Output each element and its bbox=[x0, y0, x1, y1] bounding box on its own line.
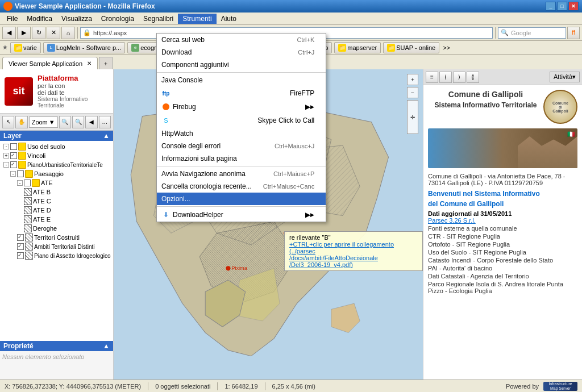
parsec-link[interactable]: Parsec 3.26 S.r.l. bbox=[428, 217, 577, 224]
menu-visualizza[interactable]: Visualizza bbox=[57, 14, 97, 24]
new-tab-button[interactable]: + bbox=[99, 57, 113, 69]
layer-tree[interactable]: - Uso del suolo + Vincoli - PianoUrbanis… bbox=[0, 141, 113, 341]
stop-button[interactable]: ✕ bbox=[47, 27, 60, 39]
expand-paesaggio[interactable]: - bbox=[10, 171, 16, 177]
menu-downloadhelper[interactable]: ⬇ DownloadHelper ▶ bbox=[157, 208, 326, 222]
folder-vincoli-icon bbox=[18, 152, 26, 160]
prop-expand-icon: ▲ bbox=[103, 342, 110, 350]
menu-file[interactable]: File bbox=[2, 14, 22, 24]
check-paesaggio[interactable] bbox=[17, 170, 24, 177]
layer-atec[interactable]: ATE C bbox=[1, 197, 112, 206]
close-button[interactable]: ✕ bbox=[568, 2, 579, 11]
tab-close[interactable]: ✕ bbox=[87, 60, 92, 66]
attivita-btn[interactable]: Attività▾ bbox=[550, 72, 580, 82]
source-parco: Parco Regionale Isola di S. Andrea litor… bbox=[428, 281, 577, 294]
pan-map-btn[interactable]: ✛ bbox=[407, 100, 418, 134]
ff-button[interactable]: ff bbox=[567, 27, 580, 39]
menu-cancella-cronologia[interactable]: Cancella cronologia recente... Ctrl+Maiu… bbox=[157, 180, 326, 193]
bookmark-mapserver[interactable]: 📁 mapserver bbox=[334, 42, 381, 53]
menu-segnalibri[interactable]: Segnalibri bbox=[139, 14, 178, 24]
menu-modifica[interactable]: Modifica bbox=[22, 14, 57, 24]
layer-ate[interactable]: - ATE bbox=[1, 178, 112, 187]
menu-navigazione-anonima[interactable]: Avvia Navigazione anonima Ctrl+Maiusc+P bbox=[157, 168, 326, 180]
pan-left-btn[interactable]: ◀ bbox=[85, 116, 97, 128]
layer-atee[interactable]: ATE E bbox=[1, 215, 112, 224]
layer-piano[interactable]: - PianoUrbanisticoTerritorialeTe bbox=[1, 160, 112, 169]
check-costruiti[interactable] bbox=[17, 234, 24, 241]
pan-right-btn[interactable]: … bbox=[99, 116, 111, 128]
map-tooltip: re rilevante "B" +CTRL+clic per aprire i… bbox=[284, 231, 423, 271]
bookmarks-more[interactable]: >> bbox=[443, 44, 450, 51]
layer-uso-suolo[interactable]: - Uso del suolo bbox=[1, 142, 112, 151]
zoom-out-btn[interactable]: 🔍 bbox=[72, 116, 84, 128]
check-piano[interactable] bbox=[10, 161, 17, 168]
menu-java[interactable]: Java Console bbox=[157, 74, 326, 86]
menu-skype[interactable]: S Skype Click to Call bbox=[157, 114, 326, 127]
expand-vincoli[interactable]: + bbox=[3, 153, 9, 159]
menu-firebug[interactable]: Firebug ▶ bbox=[157, 100, 326, 114]
menu-strumenti[interactable]: Strumenti bbox=[178, 14, 216, 24]
search-bar[interactable]: 🔍 Google bbox=[498, 27, 566, 39]
layer-ambiti[interactable]: Ambiti Territoriali Distinti bbox=[1, 242, 112, 251]
forward-button[interactable]: ▶ bbox=[17, 27, 31, 39]
layer-ateb[interactable]: ATE B bbox=[1, 187, 112, 197]
menu-componenti[interactable]: Componenti aggiuntivi bbox=[157, 59, 326, 71]
bookmark-icon-eco: e bbox=[131, 44, 139, 52]
expand-ate[interactable]: - bbox=[17, 180, 23, 186]
expand-piano[interactable]: - bbox=[3, 162, 9, 168]
bookmark-suap[interactable]: 📁 SUAP - online bbox=[383, 42, 439, 53]
menu-console-errori[interactable]: Console degli errori Ctrl+Maiusc+J bbox=[157, 140, 326, 152]
home-button[interactable]: ⌂ bbox=[61, 27, 75, 39]
zoom-in-map-btn[interactable]: + bbox=[407, 74, 418, 85]
check-vincoli[interactable] bbox=[10, 152, 17, 159]
menu-download[interactable]: Download Ctrl+J bbox=[157, 46, 326, 59]
minimize-button[interactable]: _ bbox=[546, 2, 556, 11]
rt-btn-4[interactable]: ⟪ bbox=[467, 72, 479, 83]
check-uso[interactable] bbox=[10, 143, 17, 150]
source-ctr: CTR - SIT Regione Puglia bbox=[428, 233, 577, 240]
layer-piano-assetto[interactable]: Piano di Assetto Idrogeologico bbox=[1, 251, 112, 260]
expand-uso[interactable]: - bbox=[3, 144, 9, 149]
zoom-in-btn[interactable]: 🔍 bbox=[59, 116, 71, 128]
source-ortofoto: Ortofoto - SIT Regione Puglia bbox=[428, 241, 577, 248]
prop-header: Proprieté ▲ bbox=[0, 341, 113, 351]
folder-uso-icon bbox=[18, 143, 26, 151]
zoom-label: Zoom bbox=[32, 119, 48, 126]
bookmark-varie[interactable]: 📁 varie bbox=[10, 42, 41, 53]
source-catasto: Catasto Incendi - Corpo Forestale dello … bbox=[428, 257, 577, 264]
menu-cerca-web[interactable]: Cerca sul web Ctrl+K bbox=[157, 34, 326, 46]
select-btn[interactable]: ↖ bbox=[2, 116, 14, 128]
flag-icon: 🇮🇹 bbox=[567, 131, 575, 138]
menu-info-pagina[interactable]: Informazioni sulla pagina bbox=[157, 152, 326, 165]
tab-viewer[interactable]: Viewer Sample Application ✕ bbox=[2, 57, 98, 69]
rt-btn-1[interactable]: ≡ bbox=[426, 72, 438, 83]
rt-btn-2[interactable]: ⟨ bbox=[439, 72, 452, 83]
layer-deroghe[interactable]: Deroghe bbox=[1, 224, 112, 233]
check-ambiti[interactable] bbox=[17, 243, 24, 250]
hatch-deroghe-icon bbox=[24, 224, 32, 232]
layer-costruiti[interactable]: Territori Costruiti bbox=[1, 233, 112, 242]
zoom-control[interactable]: Zoom ▼ bbox=[29, 116, 58, 128]
layer-paesaggio[interactable]: - Paesaggio bbox=[1, 169, 112, 178]
check-ate[interactable] bbox=[24, 180, 31, 186]
menu-fireftp[interactable]: ftp FireFTP bbox=[157, 86, 326, 100]
cerca-shortcut: Ctrl+K bbox=[297, 36, 314, 43]
reload-button[interactable]: ↻ bbox=[32, 27, 45, 39]
menu-aiuto[interactable]: Aiuto bbox=[217, 14, 241, 24]
hand-btn[interactable]: ✋ bbox=[15, 116, 27, 128]
layer-ated[interactable]: ATE D bbox=[1, 206, 112, 215]
bookmark-logmein[interactable]: L LogMeIn - Software p... bbox=[43, 42, 125, 53]
bookmark-label-logmein: LogMeIn - Software p... bbox=[56, 44, 121, 51]
check-piano-assetto[interactable] bbox=[17, 252, 24, 259]
back-button[interactable]: ◀ bbox=[2, 27, 16, 39]
menu-cronologia[interactable]: Cronologia bbox=[97, 14, 139, 24]
menu-httpwatch[interactable]: HttpWatch bbox=[157, 127, 326, 140]
menu-opzioni[interactable]: Opzioni... bbox=[157, 193, 326, 205]
welcome-line1[interactable]: Benvenuti nel Sistema Informativo bbox=[428, 190, 577, 198]
strumenti-dropdown[interactable]: Cerca sul web Ctrl+K Download Ctrl+J Com… bbox=[156, 33, 326, 222]
rt-btn-3[interactable]: ⟩ bbox=[453, 72, 465, 83]
zoom-out-map-btn[interactable]: − bbox=[407, 87, 418, 98]
maximize-button[interactable]: □ bbox=[557, 2, 567, 11]
welcome-line2[interactable]: del Comune di Gallipoli bbox=[428, 200, 577, 208]
layer-vincoli[interactable]: + Vincoli bbox=[1, 151, 112, 160]
